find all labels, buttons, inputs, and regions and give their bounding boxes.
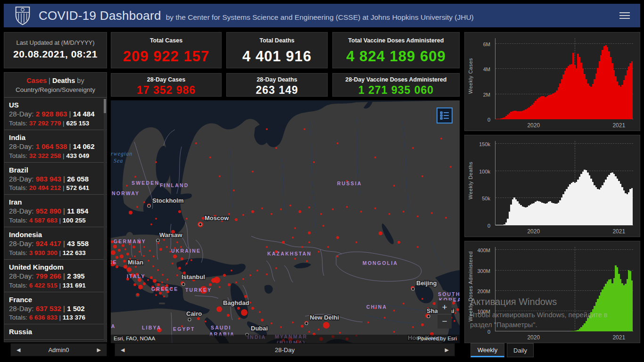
case-marker[interactable]	[266, 246, 268, 248]
case-marker[interactable]	[292, 237, 294, 239]
case-marker[interactable]	[456, 308, 459, 311]
next-arrow-icon[interactable]: ▶	[97, 344, 101, 356]
case-marker[interactable]	[450, 166, 452, 168]
case-marker[interactable]	[454, 320, 455, 322]
case-marker[interactable]	[233, 189, 235, 191]
case-marker[interactable]	[327, 246, 329, 248]
case-marker[interactable]	[421, 298, 423, 300]
case-marker[interactable]	[124, 265, 127, 269]
case-marker[interactable]	[120, 255, 124, 258]
case-marker[interactable]	[111, 250, 116, 255]
case-marker[interactable]	[159, 248, 162, 251]
hamburger-menu-icon[interactable]	[619, 12, 630, 19]
case-marker[interactable]	[211, 278, 216, 283]
case-marker[interactable]	[261, 319, 264, 321]
case-marker[interactable]	[249, 302, 251, 304]
case-marker[interactable]	[431, 212, 433, 214]
case-marker[interactable]	[136, 206, 138, 208]
case-marker[interactable]	[127, 267, 132, 272]
case-marker[interactable]	[374, 156, 376, 158]
case-marker[interactable]	[126, 253, 129, 255]
case-marker[interactable]	[237, 307, 240, 310]
case-marker[interactable]	[238, 318, 240, 320]
case-marker[interactable]	[143, 255, 145, 257]
case-marker[interactable]	[178, 267, 181, 270]
case-marker[interactable]	[143, 201, 145, 203]
case-marker[interactable]	[190, 259, 192, 261]
case-marker[interactable]	[219, 286, 221, 288]
case-marker[interactable]	[289, 205, 291, 206]
case-marker[interactable]	[155, 294, 157, 296]
case-marker[interactable]	[163, 296, 165, 297]
case-marker[interactable]	[176, 274, 178, 276]
case-marker[interactable]	[301, 325, 304, 328]
case-marker[interactable]	[417, 246, 419, 248]
case-marker[interactable]	[153, 279, 157, 283]
case-marker[interactable]	[393, 185, 395, 187]
case-marker[interactable]	[393, 310, 395, 312]
case-marker[interactable]	[360, 211, 362, 213]
case-marker[interactable]	[153, 255, 155, 257]
case-marker[interactable]	[216, 306, 222, 312]
case-marker[interactable]	[148, 260, 149, 262]
case-marker[interactable]	[219, 175, 221, 177]
case-marker[interactable]	[157, 269, 159, 271]
case-marker[interactable]	[308, 206, 310, 208]
case-marker[interactable]	[152, 265, 154, 267]
case-marker[interactable]	[242, 214, 244, 216]
next-arrow-icon[interactable]: ▶	[445, 344, 449, 356]
case-marker[interactable]	[266, 273, 268, 275]
case-marker[interactable]	[143, 246, 145, 248]
case-marker[interactable]	[176, 241, 178, 243]
case-marker[interactable]	[205, 321, 206, 322]
case-marker[interactable]	[116, 256, 118, 259]
zoom-in-button[interactable]: +	[438, 300, 452, 314]
case-marker[interactable]	[223, 274, 226, 277]
case-marker[interactable]	[116, 265, 118, 268]
case-marker[interactable]	[132, 246, 135, 248]
case-marker[interactable]	[133, 283, 136, 286]
case-marker[interactable]	[123, 260, 126, 263]
case-marker[interactable]	[318, 329, 320, 330]
case-marker[interactable]	[379, 231, 382, 235]
case-marker[interactable]	[294, 227, 296, 229]
case-marker[interactable]	[256, 270, 258, 272]
case-marker[interactable]	[433, 302, 436, 305]
case-marker[interactable]	[249, 274, 251, 276]
case-marker[interactable]	[403, 211, 405, 213]
case-marker[interactable]	[403, 303, 405, 304]
case-marker[interactable]	[162, 274, 164, 276]
case-marker[interactable]	[282, 241, 285, 244]
case-marker[interactable]	[155, 161, 157, 163]
case-marker[interactable]	[138, 285, 143, 289]
case-marker[interactable]	[181, 257, 183, 260]
country-row[interactable]: US28-Day: 2 928 863 | 14 484Totals: 37 2…	[4, 98, 107, 130]
case-marker[interactable]	[251, 210, 254, 213]
case-marker[interactable]	[320, 213, 322, 215]
case-marker[interactable]	[149, 250, 151, 252]
case-marker[interactable]	[445, 217, 447, 219]
country-row[interactable]: Indonesia28-Day: 924 417 | 43 558Totals:…	[4, 227, 107, 260]
case-marker[interactable]	[313, 161, 315, 163]
case-marker[interactable]	[150, 223, 152, 225]
tab-daily[interactable]: Daily	[507, 343, 534, 357]
case-marker[interactable]	[251, 307, 254, 310]
case-marker[interactable]	[136, 293, 139, 296]
case-marker[interactable]	[235, 218, 238, 221]
case-marker[interactable]	[150, 276, 153, 279]
country-row[interactable]: United Kingdom28-Day: 799 266 | 2 395Tot…	[4, 260, 107, 292]
country-row[interactable]: Iran28-Day: 952 890 | 11 854Totals: 4 58…	[4, 195, 107, 227]
case-marker[interactable]	[417, 215, 419, 217]
case-marker[interactable]	[166, 246, 168, 248]
case-marker[interactable]	[252, 171, 254, 173]
prev-arrow-icon[interactable]: ◀	[121, 344, 124, 356]
case-marker[interactable]	[231, 270, 232, 272]
case-marker[interactable]	[172, 263, 173, 264]
zoom-out-button[interactable]: −	[438, 314, 452, 329]
case-marker[interactable]	[346, 206, 348, 208]
case-marker[interactable]	[323, 322, 330, 329]
case-marker[interactable]	[280, 208, 282, 210]
case-marker[interactable]	[129, 211, 132, 214]
case-marker[interactable]	[275, 147, 277, 149]
case-marker[interactable]	[440, 138, 442, 140]
